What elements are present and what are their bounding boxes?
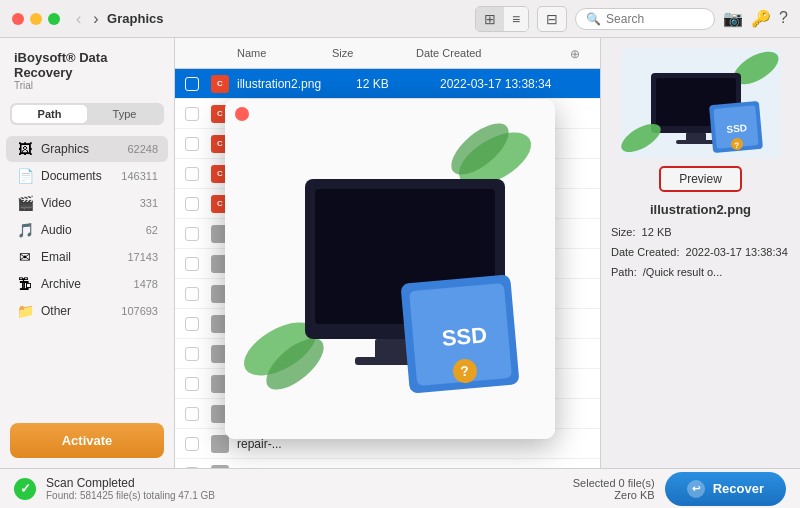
svg-rect-18 bbox=[686, 133, 706, 141]
app-name: iBoysoft® Data Recovery bbox=[14, 50, 160, 80]
preview-path-row: Path: /Quick result o... bbox=[611, 263, 790, 283]
file-list-header: Name Size Date Created ⊕ bbox=[175, 38, 600, 69]
documents-icon: 📄 bbox=[16, 168, 34, 184]
sidebar-item-other[interactable]: 📁 Other 107693 bbox=[6, 298, 168, 324]
path-type-tabs: Path Type bbox=[10, 103, 164, 125]
graphics-icon: 🖼 bbox=[16, 141, 34, 157]
tab-type[interactable]: Type bbox=[87, 105, 162, 123]
preview-date-value: 2022-03-17 13:38:34 bbox=[686, 246, 788, 258]
row-checkbox[interactable] bbox=[185, 377, 199, 391]
nav-arrows: ‹ › bbox=[72, 8, 103, 30]
svg-text:?: ? bbox=[460, 363, 470, 380]
maximize-button[interactable] bbox=[48, 13, 60, 25]
preview-size-row: Size: 12 KB bbox=[611, 223, 790, 243]
preview-meta: Size: 12 KB Date Created: 2022-03-17 13:… bbox=[611, 223, 790, 282]
row-checkbox[interactable] bbox=[185, 167, 199, 181]
sidebar-label-other: Other bbox=[41, 304, 114, 318]
sidebar-items: 🖼 Graphics 62248 📄 Documents 146311 🎬 Vi… bbox=[0, 131, 174, 413]
list-view-button[interactable]: ≡ bbox=[504, 7, 528, 31]
sidebar-item-audio[interactable]: 🎵 Audio 62 bbox=[6, 217, 168, 243]
sidebar-label-graphics: Graphics bbox=[41, 142, 120, 156]
recover-icon: ↩ bbox=[687, 480, 705, 498]
search-bar: 🔍 bbox=[575, 8, 715, 30]
preview-thumbnail: SSD ? bbox=[621, 48, 781, 158]
table-row[interactable]: repair-... bbox=[175, 459, 600, 468]
file-date: 2022-03-17 13:38:34 bbox=[440, 77, 590, 91]
activate-button[interactable]: Activate bbox=[10, 423, 164, 458]
preview-path-value: /Quick result o... bbox=[643, 266, 722, 278]
sidebar-item-graphics[interactable]: 🖼 Graphics 62248 bbox=[6, 136, 168, 162]
row-checkbox[interactable] bbox=[185, 107, 199, 121]
camera-icon[interactable]: 📷 bbox=[723, 9, 743, 28]
file-list: C illustration2.png 12 KB 2022-03-17 13:… bbox=[175, 69, 600, 468]
info-icon[interactable]: 🔑 bbox=[751, 9, 771, 28]
preview-popup: SSD ? bbox=[225, 99, 555, 439]
other-icon: 📁 bbox=[16, 303, 34, 319]
sidebar-item-archive[interactable]: 🗜 Archive 1478 bbox=[6, 271, 168, 297]
sidebar-count-email: 17143 bbox=[127, 251, 158, 263]
recover-label: Recover bbox=[713, 481, 764, 496]
row-checkbox[interactable] bbox=[185, 197, 199, 211]
scan-complete-icon: ✓ bbox=[14, 478, 36, 500]
row-checkbox[interactable] bbox=[185, 467, 199, 469]
back-button[interactable]: ‹ bbox=[72, 8, 85, 30]
svg-text:?: ? bbox=[733, 141, 739, 150]
svg-text:SSD: SSD bbox=[725, 122, 746, 135]
sidebar-count-audio: 62 bbox=[146, 224, 158, 236]
preview-date-row: Date Created: 2022-03-17 13:38:34 bbox=[611, 243, 790, 263]
row-checkbox[interactable] bbox=[185, 227, 199, 241]
row-checkbox[interactable] bbox=[185, 287, 199, 301]
minimize-button[interactable] bbox=[30, 13, 42, 25]
row-checkbox[interactable] bbox=[185, 317, 199, 331]
forward-button[interactable]: › bbox=[89, 8, 102, 30]
row-checkbox[interactable] bbox=[185, 77, 199, 91]
sidebar-label-archive: Archive bbox=[41, 277, 127, 291]
search-input[interactable] bbox=[606, 12, 704, 26]
sidebar-label-documents: Documents bbox=[41, 169, 114, 183]
header-name: Name bbox=[237, 47, 328, 59]
preview-filename: illustration2.png bbox=[650, 202, 751, 217]
filter-button[interactable]: ⊟ bbox=[537, 6, 567, 32]
sidebar: iBoysoft® Data Recovery Trial Path Type … bbox=[0, 38, 175, 468]
window-title: Graphics bbox=[107, 11, 163, 26]
preview-date-label: Date Created: bbox=[611, 246, 679, 258]
row-checkbox[interactable] bbox=[185, 137, 199, 151]
row-checkbox[interactable] bbox=[185, 257, 199, 271]
title-bar: ‹ › Graphics ⊞ ≡ ⊟ 🔍 📷 🔑 ? bbox=[0, 0, 800, 38]
preview-button[interactable]: Preview bbox=[659, 166, 742, 192]
content-area: Name Size Date Created ⊕ C illustration2… bbox=[175, 38, 600, 468]
search-icon: 🔍 bbox=[586, 12, 601, 26]
row-checkbox[interactable] bbox=[185, 407, 199, 421]
archive-icon: 🗜 bbox=[16, 276, 34, 292]
sidebar-count-graphics: 62248 bbox=[127, 143, 158, 155]
popup-close-button[interactable] bbox=[235, 107, 249, 121]
help-icon[interactable]: ? bbox=[779, 9, 788, 28]
row-checkbox[interactable] bbox=[185, 437, 199, 451]
selected-size-text: Zero KB bbox=[573, 489, 655, 501]
sidebar-header: iBoysoft® Data Recovery Trial bbox=[0, 38, 174, 97]
grid-view-button[interactable]: ⊞ bbox=[476, 7, 504, 31]
sidebar-item-documents[interactable]: 📄 Documents 146311 bbox=[6, 163, 168, 189]
svg-text:SSD: SSD bbox=[441, 322, 488, 351]
sidebar-item-video[interactable]: 🎬 Video 331 bbox=[6, 190, 168, 216]
toolbar-right: ⊞ ≡ ⊟ 🔍 📷 🔑 ? bbox=[475, 6, 788, 32]
sidebar-label-email: Email bbox=[41, 250, 120, 264]
email-icon: ✉ bbox=[16, 249, 34, 265]
scan-info: Scan Completed Found: 581425 file(s) tot… bbox=[46, 476, 215, 501]
traffic-lights bbox=[12, 13, 60, 25]
file-name: illustration2.png bbox=[237, 77, 352, 91]
main-layout: iBoysoft® Data Recovery Trial Path Type … bbox=[0, 38, 800, 468]
sidebar-label-video: Video bbox=[41, 196, 133, 210]
tab-path[interactable]: Path bbox=[12, 105, 87, 123]
row-checkbox[interactable] bbox=[185, 347, 199, 361]
mac-illustration: SSD ? bbox=[225, 99, 555, 439]
preview-size-label: Size: bbox=[611, 226, 635, 238]
sidebar-item-email[interactable]: ✉ Email 17143 bbox=[6, 244, 168, 270]
app-trial: Trial bbox=[14, 80, 160, 91]
close-button[interactable] bbox=[12, 13, 24, 25]
file-type-icon: C bbox=[211, 75, 229, 93]
table-row[interactable]: C illustration2.png 12 KB 2022-03-17 13:… bbox=[175, 69, 600, 99]
recover-button[interactable]: ↩ Recover bbox=[665, 472, 786, 506]
toolbar-icons: 📷 🔑 ? bbox=[723, 9, 788, 28]
sidebar-count-documents: 146311 bbox=[121, 170, 158, 182]
